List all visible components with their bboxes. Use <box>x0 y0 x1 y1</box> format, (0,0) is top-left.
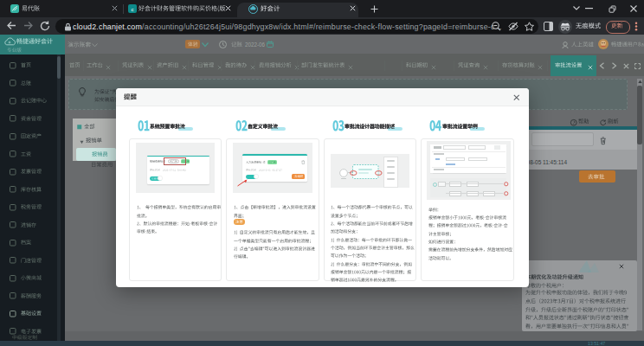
svg-text:c: c <box>132 6 134 11</box>
